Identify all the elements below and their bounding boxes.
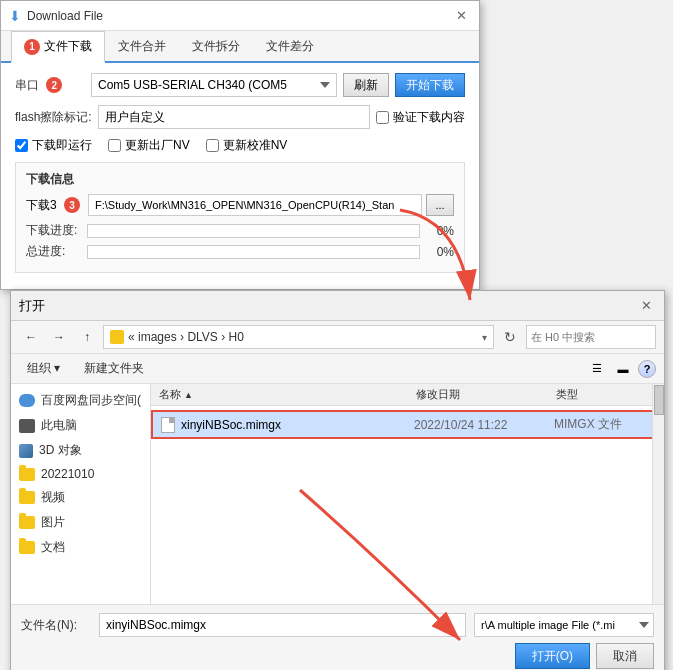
- checkboxes-row: 下载即运行 更新出厂NV 更新校准NV: [15, 137, 465, 154]
- download-app-icon: ⬇: [9, 8, 21, 24]
- folder-icon-docs: [19, 541, 35, 554]
- file-list: xinyiNBSoc.mimgx 2022/10/24 11:22 MIMGX …: [151, 406, 664, 598]
- nav-back-button[interactable]: ←: [19, 326, 43, 348]
- download-window-title: Download File: [27, 9, 103, 23]
- badge-3: 3: [64, 197, 80, 213]
- nav-up-button[interactable]: ↑: [75, 326, 99, 348]
- view-list-button[interactable]: ☰: [586, 359, 608, 379]
- start-download-button[interactable]: 开始下载: [395, 73, 465, 97]
- open-file-dialog: 打开 ✕ ← → ↑ « images › DLVS › H0 ▾ ↻ 🔍 组: [10, 290, 665, 670]
- tab-file-diff[interactable]: 文件差分: [253, 31, 327, 63]
- tab-file-merge[interactable]: 文件合并: [105, 31, 179, 63]
- sidebar-item-this-pc[interactable]: 此电脑: [11, 413, 150, 438]
- run-after-download-label[interactable]: 下载即运行: [15, 137, 92, 154]
- dialog-body: 百度网盘同步空间( 此电脑 3D 对象 20221010 视频 图片: [11, 384, 664, 604]
- info-title: 下载信息: [26, 171, 454, 188]
- tab-file-download[interactable]: 1文件下载: [11, 31, 105, 63]
- dialog-footer: 文件名(N): r\A multiple image File (*.mi 打开…: [11, 604, 664, 670]
- verify-checkbox[interactable]: [376, 111, 389, 124]
- search-bar: 🔍: [526, 325, 656, 349]
- file-icon-mimgx: [161, 417, 175, 433]
- total-progress-row: 总进度: 0%: [26, 243, 454, 260]
- organize-button[interactable]: 组织 ▾: [19, 358, 68, 379]
- filename-label: 文件名(N):: [21, 617, 91, 634]
- dialog-nav-toolbar: ← → ↑ « images › DLVS › H0 ▾ ↻ 🔍: [11, 321, 664, 354]
- secondary-toolbar: 组织 ▾ 新建文件夹 ☰ ▬ ?: [11, 354, 664, 384]
- search-input[interactable]: [531, 331, 669, 343]
- folder-icon-20221010: [19, 468, 35, 481]
- download-close-button[interactable]: ✕: [451, 7, 471, 25]
- file-item-xinyiNBSoc[interactable]: xinyiNBSoc.mimgx 2022/10/24 11:22 MIMGX …: [151, 410, 664, 439]
- dialog-main-area: 名称 ▲ 修改日期 类型 xinyiNBSoc.mimgx 2022/10/24…: [151, 384, 664, 604]
- download-progress-label: 下载进度:: [26, 222, 81, 239]
- badge-2: 2: [46, 77, 62, 93]
- sidebar-item-baidu[interactable]: 百度网盘同步空间(: [11, 388, 150, 413]
- badge-1: 1: [24, 39, 40, 55]
- total-progress-bar: [87, 245, 420, 259]
- download-progress-text: 0%: [426, 224, 454, 238]
- port-label: 串口 2: [15, 77, 85, 94]
- tab-file-split[interactable]: 文件拆分: [179, 31, 253, 63]
- port-select[interactable]: Com5 USB-SERIAL CH340 (COM5: [91, 73, 337, 97]
- file-date-xinyiNBSoc: 2022/10/24 11:22: [414, 418, 554, 432]
- file-path-row: 下载3 3 ...: [26, 194, 454, 216]
- download-titlebar: ⬇ Download File ✕: [1, 1, 479, 31]
- sidebar-item-video[interactable]: 视频: [11, 485, 150, 510]
- view-detail-button[interactable]: ▬: [612, 359, 634, 379]
- folder-icon-video: [19, 491, 35, 504]
- breadcrumb-folder-icon: [110, 330, 124, 344]
- dialog-title: 打开: [19, 297, 45, 315]
- column-name[interactable]: 名称 ▲: [159, 387, 416, 402]
- new-folder-button[interactable]: 新建文件夹: [76, 358, 152, 379]
- dialog-sidebar: 百度网盘同步空间( 此电脑 3D 对象 20221010 视频 图片: [11, 384, 151, 604]
- dialog-refresh-button[interactable]: ↻: [498, 326, 522, 348]
- download-tabs-bar: 1文件下载 文件合并 文件拆分 文件差分: [1, 31, 479, 63]
- column-type[interactable]: 类型: [556, 387, 656, 402]
- breadcrumb-bar[interactable]: « images › DLVS › H0 ▾: [103, 325, 494, 349]
- update-factory-nv-checkbox[interactable]: [108, 139, 121, 152]
- file-type-xinyiNBSoc: MIMGX 文件: [554, 416, 654, 433]
- download-progress-row: 下载进度: 0%: [26, 222, 454, 239]
- view-buttons: ☰ ▬ ?: [586, 359, 656, 379]
- dialog-titlebar: 打开 ✕: [11, 291, 664, 321]
- file-badge-label: 下载3 3: [26, 197, 84, 214]
- sidebar-item-20221010[interactable]: 20221010: [11, 463, 150, 485]
- total-progress-text: 0%: [426, 245, 454, 259]
- pc-icon: [19, 419, 35, 433]
- dialog-close-button[interactable]: ✕: [636, 297, 656, 315]
- cloud-icon: [19, 394, 35, 407]
- breadcrumb-chevron-icon: ▾: [482, 332, 487, 343]
- footer-buttons: 打开(O) 取消: [21, 643, 654, 669]
- flash-label: flash擦除标记:: [15, 109, 92, 126]
- file-path-input[interactable]: [88, 194, 422, 216]
- download-content-area: 串口 2 Com5 USB-SERIAL CH340 (COM5 刷新 开始下载…: [1, 63, 479, 289]
- filetype-select[interactable]: r\A multiple image File (*.mi: [474, 613, 654, 637]
- run-after-download-checkbox[interactable]: [15, 139, 28, 152]
- verify-checkbox-label[interactable]: 验证下载内容: [376, 109, 465, 126]
- download-progress-bar: [87, 224, 420, 238]
- update-calibration-nv-checkbox[interactable]: [206, 139, 219, 152]
- update-factory-nv-label[interactable]: 更新出厂NV: [108, 137, 190, 154]
- vertical-scrollbar[interactable]: [652, 384, 664, 604]
- filename-input[interactable]: [99, 613, 466, 637]
- sidebar-item-docs[interactable]: 文档: [11, 535, 150, 560]
- update-calibration-nv-label[interactable]: 更新校准NV: [206, 137, 288, 154]
- total-progress-label: 总进度:: [26, 243, 81, 260]
- open-button[interactable]: 打开(O): [515, 643, 590, 669]
- download-info-section: 下载信息 下载3 3 ... 下载进度: 0% 总进度:: [15, 162, 465, 273]
- nav-forward-button[interactable]: →: [47, 326, 71, 348]
- flash-input[interactable]: [98, 105, 370, 129]
- file-name-xinyiNBSoc: xinyiNBSoc.mimgx: [181, 418, 414, 432]
- refresh-button[interactable]: 刷新: [343, 73, 389, 97]
- sidebar-item-3d-objects[interactable]: 3D 对象: [11, 438, 150, 463]
- column-date[interactable]: 修改日期: [416, 387, 556, 402]
- filename-row: 文件名(N): r\A multiple image File (*.mi: [21, 613, 654, 637]
- scrollbar-thumb[interactable]: [654, 385, 664, 415]
- help-button[interactable]: ?: [638, 360, 656, 378]
- 3d-objects-icon: [19, 444, 33, 458]
- cancel-button[interactable]: 取消: [596, 643, 654, 669]
- browse-button[interactable]: ...: [426, 194, 454, 216]
- port-row: 串口 2 Com5 USB-SERIAL CH340 (COM5 刷新 开始下载: [15, 73, 465, 97]
- download-file-window: ⬇ Download File ✕ 1文件下载 文件合并 文件拆分 文件差分 串…: [0, 0, 480, 290]
- sidebar-item-images[interactable]: 图片: [11, 510, 150, 535]
